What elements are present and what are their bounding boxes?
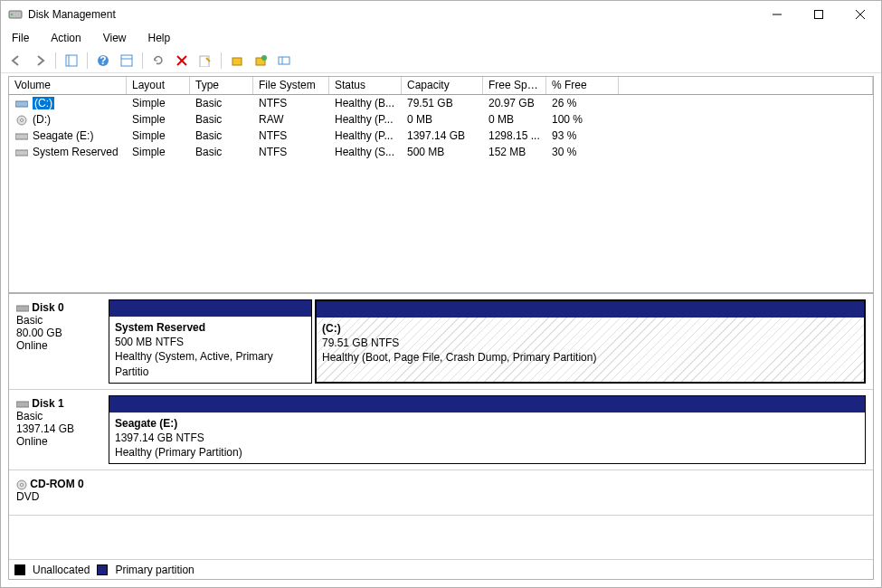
partition-seagate-e[interactable]: Seagate (E:) 1397.14 GB NTFS Healthy (Pr…: [109, 395, 866, 465]
col-status[interactable]: Status: [329, 77, 402, 94]
delete-button[interactable]: [172, 51, 192, 71]
svg-point-1: [11, 14, 13, 15]
volume-label: (D:): [33, 113, 51, 126]
hdd-icon: [16, 304, 29, 313]
new-volume-button[interactable]: [227, 51, 247, 71]
back-button[interactable]: [6, 51, 26, 71]
volume-label: (C:): [33, 97, 54, 109]
cd-rom-0-row[interactable]: CD-ROM 0 DVD: [9, 470, 873, 516]
svg-point-22: [21, 119, 24, 121]
legend-primary-swatch: [97, 564, 108, 575]
volume-table-header: Volume Layout Type File System Status Ca…: [9, 77, 873, 95]
layout-button[interactable]: [274, 51, 294, 71]
settings-button[interactable]: [117, 51, 137, 71]
col-capacity[interactable]: Capacity: [402, 77, 483, 94]
svg-rect-3: [815, 11, 823, 19]
svg-text:?: ?: [100, 54, 106, 67]
col-free[interactable]: Free Spa...: [483, 77, 546, 94]
svg-rect-20: [15, 101, 28, 107]
hdd-icon: [14, 131, 29, 142]
legend: Unallocated Primary partition: [9, 559, 873, 579]
legend-primary-label: Primary partition: [115, 564, 194, 576]
cd-icon: [14, 115, 29, 126]
graphical-view[interactable]: Disk 0 Basic 80.00 GB Online System Rese…: [9, 294, 873, 559]
cd-icon: [16, 479, 27, 490]
forward-button[interactable]: [30, 51, 50, 71]
volume-label: System Reserved: [33, 146, 119, 158]
volume-row-e[interactable]: Seagate (E:) Simple Basic NTFS Healthy (…: [9, 128, 873, 144]
disk-0-info: Disk 0 Basic 80.00 GB Online: [13, 299, 103, 384]
svg-rect-25: [16, 306, 29, 311]
volume-table-body[interactable]: (C:) Simple Basic NTFS Healthy (B... 79.…: [9, 95, 873, 294]
col-type[interactable]: Type: [190, 77, 253, 94]
menu-bar: File Action View Help: [1, 28, 881, 48]
disk-0-row[interactable]: Disk 0 Basic 80.00 GB Online System Rese…: [9, 294, 873, 390]
maximize-button[interactable]: [798, 1, 839, 28]
col-volume[interactable]: Volume: [9, 77, 127, 94]
svg-point-28: [21, 484, 24, 487]
svg-rect-18: [279, 57, 289, 64]
volume-row-d[interactable]: (D:) Simple Basic RAW Healthy (P... 0 MB…: [9, 111, 873, 128]
disk-1-row[interactable]: Disk 1 Basic 1397.14 GB Online Seagate (…: [9, 390, 873, 471]
partition-c[interactable]: (C:) 79.51 GB NTFS Healthy (Boot, Page F…: [315, 299, 866, 384]
properties-button[interactable]: [195, 51, 215, 71]
legend-unallocated-label: Unallocated: [33, 564, 90, 576]
svg-rect-15: [232, 58, 242, 65]
volume-label: Seagate (E:): [33, 129, 93, 142]
svg-rect-26: [16, 402, 29, 407]
menu-help[interactable]: Help: [143, 30, 176, 46]
menu-file[interactable]: File: [6, 30, 34, 46]
partition-system-reserved[interactable]: System Reserved 500 MB NTFS Healthy (Sys…: [109, 299, 312, 384]
svg-rect-24: [15, 150, 28, 156]
col-fs[interactable]: File System: [253, 77, 329, 94]
details-pane-button[interactable]: [62, 51, 81, 71]
svg-rect-10: [121, 55, 132, 66]
title-bar[interactable]: Disk Management: [1, 1, 881, 28]
col-pct[interactable]: % Free: [546, 77, 619, 94]
cd-rom-0-info: CD-ROM 0 DVD: [13, 476, 103, 509]
toolbar: ?: [1, 48, 881, 73]
volume-row-c[interactable]: (C:) Simple Basic NTFS Healthy (B... 79.…: [9, 95, 873, 111]
app-icon: [8, 7, 23, 22]
svg-point-17: [261, 55, 267, 61]
disk-management-window: Disk Management File Action View Help ?: [0, 0, 882, 588]
volume-row-sysres[interactable]: System Reserved Simple Basic NTFS Health…: [9, 144, 873, 160]
help-button[interactable]: ?: [93, 51, 113, 71]
svg-rect-23: [15, 134, 28, 139]
refresh-button[interactable]: [148, 51, 168, 71]
hdd-icon: [14, 99, 29, 109]
hdd-icon: [14, 147, 29, 158]
menu-view[interactable]: View: [98, 30, 132, 46]
menu-action[interactable]: Action: [45, 30, 86, 46]
disk-1-info: Disk 1 Basic 1397.14 GB Online: [13, 395, 103, 465]
minimize-button[interactable]: [756, 1, 798, 28]
legend-unallocated-swatch: [14, 564, 25, 575]
svg-rect-6: [66, 55, 77, 66]
col-layout[interactable]: Layout: [127, 77, 190, 94]
attach-vhd-button[interactable]: [251, 51, 270, 71]
window-title: Disk Management: [28, 8, 756, 21]
main-panel: Volume Layout Type File System Status Ca…: [8, 76, 874, 580]
svg-rect-14: [200, 56, 209, 67]
hdd-icon: [16, 400, 29, 409]
close-button[interactable]: [839, 1, 881, 28]
col-spacer: [619, 77, 873, 94]
